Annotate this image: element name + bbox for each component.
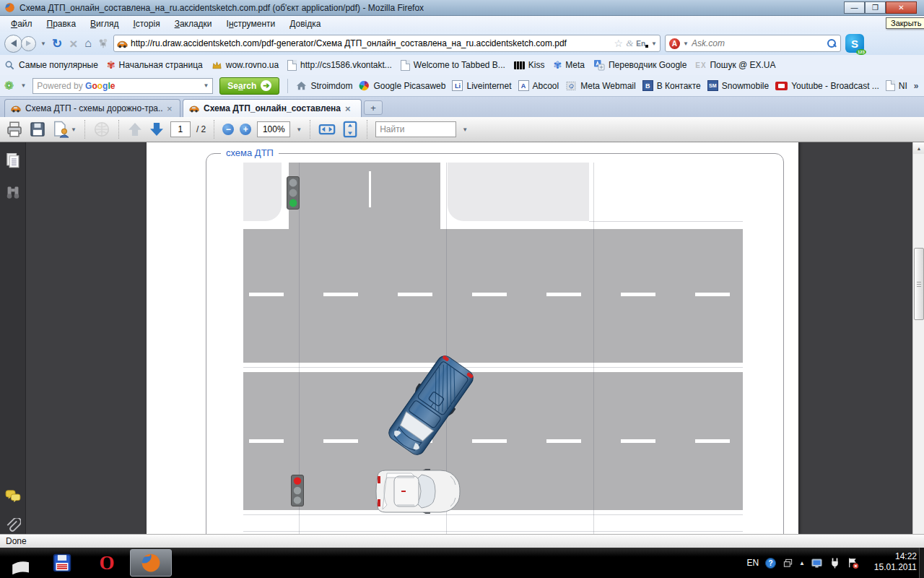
gbar-item-youtube[interactable]: Youtube - Broadcast ... [775, 81, 879, 91]
keys-icon[interactable] [97, 38, 109, 49]
history-dropdown-icon[interactable]: ▼ [40, 40, 46, 47]
page-number-input[interactable] [170, 121, 191, 137]
fit-page-button[interactable] [341, 121, 359, 138]
search-magnifier-icon[interactable] [827, 38, 837, 48]
taskbar-opera-icon[interactable]: O [95, 551, 118, 575]
help-tray-icon[interactable] [764, 557, 777, 569]
fit-width-button[interactable] [318, 121, 336, 138]
vertical-scrollbar[interactable]: ▲ [912, 142, 924, 534]
previous-page-button[interactable] [127, 121, 143, 137]
icq-flower-icon[interactable]: ❁ [4, 80, 14, 92]
menu-file[interactable]: Файл [4, 17, 39, 30]
gbar-item-ni[interactable]: NI [886, 80, 907, 91]
tab-close-icon[interactable]: × [345, 103, 351, 114]
title-bar: Схема ДТП_онлайн_составлена_на_ru.accide… [0, 0, 924, 16]
ask-search-input[interactable] [692, 38, 824, 48]
taskbar-clock[interactable]: 14:22 15.01.2011 [874, 551, 917, 573]
maximize-button[interactable]: ❐ [865, 1, 886, 14]
zoom-dropdown-icon[interactable]: ▼ [296, 126, 302, 133]
firefox-icon [140, 552, 162, 574]
toolbar-overflow-chevron[interactable]: » [914, 81, 919, 91]
scroll-up-arrow-icon[interactable]: ▲ [913, 142, 924, 154]
menu-tools[interactable]: Інструменти [220, 17, 282, 30]
comments-panel-icon[interactable] [5, 488, 21, 504]
collaborate-dropdown-icon[interactable]: ▼ [71, 126, 77, 133]
attachments-panel-icon[interactable] [5, 518, 21, 534]
menu-view[interactable]: Вигляд [84, 17, 125, 30]
bookmark-google-translate[interactable]: Переводчик Google [593, 59, 687, 71]
menu-bookmarks[interactable]: Закладки [168, 17, 219, 30]
vk-icon: B [642, 80, 653, 91]
upper-lane-divider [243, 293, 743, 296]
bookmark-wow-rovno[interactable]: wow.rovno.ua [212, 60, 279, 71]
google-search-button[interactable]: Search ➔ [219, 77, 279, 95]
bookmark-ex-ua[interactable]: EXПошук @ EX.UA [695, 60, 775, 71]
zoom-out-button[interactable]: − [222, 124, 234, 135]
gbar-item-abcool[interactable]: AAbcool [518, 80, 559, 91]
new-tab-button[interactable]: + [364, 100, 383, 115]
taskbar-file-manager-icon[interactable] [51, 551, 74, 575]
bookmark-kiss[interactable]: Kiss [514, 60, 545, 70]
language-indicator[interactable]: EN [746, 558, 759, 568]
power-plug-tray-icon[interactable] [829, 557, 841, 569]
ask-search-box[interactable]: A ▼ [665, 35, 841, 52]
scrollbar-thumb[interactable] [914, 248, 924, 320]
zoom-level-input[interactable] [257, 121, 290, 137]
translate-icon[interactable]: En [636, 40, 648, 48]
url-text[interactable]: http://ru.draw.accidentsketch.com/pdf-ge… [131, 38, 611, 48]
minimize-button[interactable]: — [844, 1, 865, 14]
url-bar[interactable]: http://ru.draw.accidentsketch.com/pdf-ge… [113, 35, 661, 52]
traffic-light-red[interactable] [291, 475, 304, 506]
zoom-in-button[interactable]: + [240, 124, 251, 135]
save-button[interactable] [29, 121, 46, 138]
skype-icon[interactable]: S123 [845, 34, 864, 53]
share-review-button-disabled[interactable] [93, 121, 110, 138]
next-page-button[interactable] [149, 121, 165, 137]
close-button[interactable]: ✕ [886, 1, 917, 14]
menu-help[interactable]: Довідка [283, 17, 327, 30]
tab-close-icon[interactable]: × [167, 103, 173, 114]
forward-button[interactable] [21, 36, 36, 51]
restore-windows-tray-icon[interactable] [783, 558, 793, 569]
pages-panel-icon[interactable] [5, 152, 21, 168]
bookmark-vkontakte-file[interactable]: http://cs1586.vkontakt... [287, 60, 392, 71]
start-button[interactable] [6, 551, 32, 575]
vertical-road [289, 163, 440, 231]
tab-accident-pdf-active[interactable]: Схема ДТП_онлайн_составлена_... × [183, 99, 362, 117]
vehicle-car[interactable] [375, 469, 461, 514]
bookmark-star-icon[interactable]: ☆ [614, 38, 624, 49]
google-search-input[interactable]: Powered by Google ▼ [32, 78, 213, 94]
gbar-item-meta-webmail[interactable]: Meta Webmail [565, 80, 635, 92]
gbar-item-liveinternet[interactable]: LiLiveinternet [452, 80, 511, 91]
show-desktop-button[interactable] [919, 548, 924, 578]
network-monitor-tray-icon[interactable] [811, 557, 823, 569]
taskbar-firefox-button-active[interactable] [130, 549, 172, 577]
icq-dropdown-icon[interactable]: ▼ [20, 82, 26, 89]
tab-accident-schemes[interactable]: Схема ДТП - схемы дорожно-тра... × [4, 99, 180, 117]
traffic-light-green[interactable] [287, 176, 300, 210]
gbar-item-stroimdom[interactable]: Stroimdom [296, 80, 352, 91]
gbar-item-snowmobile[interactable]: SMSnowmobile [707, 80, 769, 91]
find-input[interactable]: Найти [375, 121, 456, 137]
bookmark-start-page[interactable]: ✾Начальная страница [107, 60, 203, 70]
home-button[interactable]: ⌂ [83, 38, 93, 49]
bookmark-most-popular[interactable]: Самые популярные [4, 60, 98, 71]
bookmark-tabbed-browsing[interactable]: Welcome to Tabbed B... [401, 60, 505, 71]
find-dropdown-icon[interactable]: ▼ [462, 126, 468, 133]
search-binoculars-icon[interactable] [5, 184, 21, 200]
back-button[interactable] [4, 35, 22, 53]
collaborate-button[interactable]: ▼ [52, 121, 77, 138]
show-hidden-icons-arrow[interactable]: ▲ [799, 560, 805, 566]
menu-edit[interactable]: Правка [40, 17, 83, 30]
stop-button[interactable]: × [68, 37, 79, 51]
gbar-item-picasaweb[interactable]: Google Picasaweb [359, 80, 445, 91]
action-center-flag-icon[interactable] [847, 557, 859, 569]
menu-history[interactable]: Історія [126, 17, 166, 30]
gbar-item-vkontakte[interactable]: BВ Контакте [642, 80, 701, 91]
print-button[interactable] [6, 121, 23, 138]
bookmark-meta[interactable]: ✾Meta [554, 60, 585, 70]
google-search-dropdown-icon[interactable]: ▼ [203, 82, 209, 89]
reload-button[interactable]: ↻ [51, 38, 64, 50]
search-engine-dropdown-icon[interactable]: ▼ [683, 40, 689, 47]
url-dropdown-icon[interactable]: ▼ [651, 40, 657, 47]
